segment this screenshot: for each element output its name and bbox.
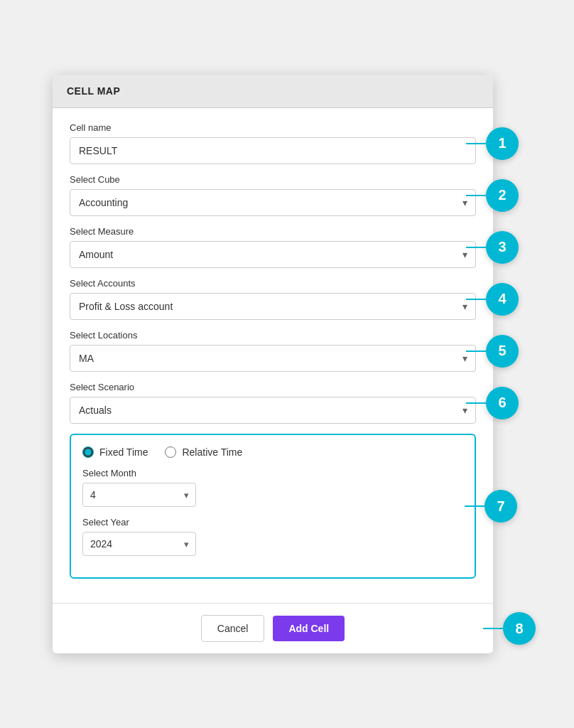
select-measure-wrapper: Amount <box>70 241 476 268</box>
select-year-label: Select Year <box>82 517 463 528</box>
cell-name-label: Cell name <box>70 122 476 133</box>
time-radio-group: Fixed Time Relative Time <box>82 446 463 458</box>
select-accounts-wrapper: Profit & Loss account <box>70 293 476 320</box>
select-locations-label: Select Locations <box>70 330 476 341</box>
select-measure-group: Select Measure Amount 3 <box>70 226 476 268</box>
cell-name-group: Cell name 1 <box>70 122 476 164</box>
fixed-time-label: Fixed Time <box>99 446 148 458</box>
select-locations-group: Select Locations MA 5 <box>70 330 476 372</box>
select-month-label: Select Month <box>82 468 463 478</box>
annotation-5: 5 <box>486 335 519 368</box>
select-cube-label: Select Cube <box>70 174 476 185</box>
select-scenario-label: Select Scenario <box>70 382 476 392</box>
select-scenario-group: Select Scenario Actuals 6 <box>70 382 476 424</box>
select-year-group: Select Year 2022 2023 2024 2025 <box>82 517 463 556</box>
modal-footer: Cancel Add Cell 8 <box>53 604 493 653</box>
select-cube-dropdown[interactable]: Accounting <box>70 189 476 216</box>
select-year-wrapper: 2022 2023 2024 2025 <box>82 532 196 556</box>
select-month-dropdown[interactable]: 1 2 3 4 5 6 7 8 9 10 11 12 <box>82 483 196 507</box>
fixed-time-radio-label[interactable]: Fixed Time <box>82 446 148 458</box>
annotation-3: 3 <box>486 231 519 264</box>
annotation-8: 8 <box>503 612 536 645</box>
annotation-1: 1 <box>486 127 519 160</box>
modal-title: CELL MAP <box>67 85 120 97</box>
select-locations-wrapper: MA <box>70 345 476 372</box>
cancel-button[interactable]: Cancel <box>201 615 265 642</box>
fixed-time-radio[interactable] <box>82 446 94 458</box>
cell-name-input[interactable] <box>70 137 476 164</box>
select-scenario-dropdown[interactable]: Actuals <box>70 397 476 424</box>
annotation-6: 6 <box>486 387 519 419</box>
select-accounts-dropdown[interactable]: Profit & Loss account <box>70 293 476 320</box>
modal-header: CELL MAP <box>53 75 493 108</box>
select-cube-group: Select Cube Accounting 2 <box>70 174 476 216</box>
select-locations-dropdown[interactable]: MA <box>70 345 476 372</box>
select-month-wrapper: 1 2 3 4 5 6 7 8 9 10 11 12 <box>82 483 196 507</box>
annotation-7: 7 <box>484 490 517 523</box>
annotation-4: 4 <box>486 283 519 316</box>
relative-time-radio-label[interactable]: Relative Time <box>165 446 242 458</box>
modal-body: Cell name 1 Select Cube Accounting 2 Sel… <box>53 108 493 603</box>
select-measure-dropdown[interactable]: Amount <box>70 241 476 268</box>
select-scenario-wrapper: Actuals <box>70 397 476 424</box>
relative-time-label: Relative Time <box>182 446 242 458</box>
select-month-group: Select Month 1 2 3 4 5 6 7 8 9 10 <box>82 468 463 507</box>
relative-time-radio[interactable] <box>165 446 176 458</box>
add-cell-button[interactable]: Add Cell <box>273 616 345 641</box>
select-accounts-group: Select Accounts Profit & Loss account 4 <box>70 278 476 320</box>
time-section: Fixed Time Relative Time Select Month 1 … <box>70 434 476 579</box>
annotation-2: 2 <box>486 179 519 212</box>
select-year-dropdown[interactable]: 2022 2023 2024 2025 <box>82 532 196 556</box>
select-cube-wrapper: Accounting <box>70 189 476 216</box>
cell-map-modal: CELL MAP Cell name 1 Select Cube Account… <box>53 75 493 653</box>
select-accounts-label: Select Accounts <box>70 278 476 289</box>
select-measure-label: Select Measure <box>70 226 476 237</box>
